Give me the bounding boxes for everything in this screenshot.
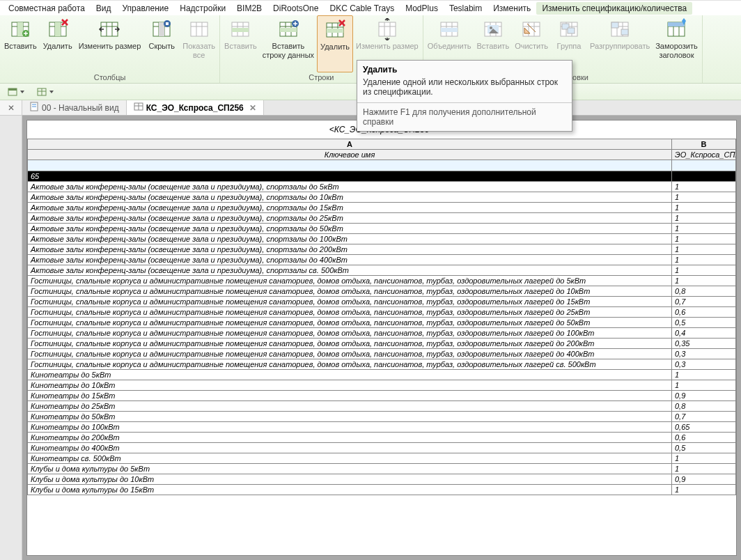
table-cell[interactable]: 0,9 [672, 474, 736, 485]
table-cell[interactable]: Кинотеатры до 200кВт [28, 433, 672, 443]
table-cell[interactable]: 1 [672, 276, 736, 286]
table-row[interactable] [28, 160, 736, 171]
menu-item[interactable]: DKC Cable Trays [324, 2, 400, 15]
table-row[interactable]: Актовые залы конференц-залы (освещение з… [28, 182, 736, 192]
table-row[interactable]: Гостиницы, спальные корпуса и администра… [28, 276, 736, 286]
table-row[interactable]: Клубы и дома культуры до 5кВт1 [28, 464, 736, 474]
table-cell[interactable]: 0,4 [672, 328, 736, 339]
table-row[interactable]: Гостиницы, спальные корпуса и администра… [28, 286, 736, 297]
table-row[interactable]: Гостиницы, спальные корпуса и администра… [28, 359, 736, 370]
table-row[interactable]: Кинотеатры до 400кВт0,5 [28, 443, 736, 453]
menu-item[interactable]: Управление [117, 2, 175, 15]
table-cell[interactable]: 0,7 [672, 412, 736, 422]
table-cell[interactable]: 1 [672, 192, 736, 203]
table-row[interactable]: Гостиницы, спальные корпуса и администра… [28, 297, 736, 307]
resize-col-button[interactable]: Изменить размер [76, 15, 144, 72]
table-cell[interactable]: Актовые залы конференц-залы (освещение з… [28, 244, 672, 255]
delete-col-button[interactable]: Удалить [40, 15, 76, 72]
table-cell[interactable]: 1 [672, 244, 736, 255]
table-cell[interactable]: 1 [672, 380, 736, 391]
table-cell[interactable]: Кинотеатры до 15кВт [28, 391, 672, 401]
table-cell[interactable]: Актовые залы конференц-залы (освещение з… [28, 234, 672, 244]
menu-item[interactable]: ModPlus [400, 2, 444, 15]
table-cell[interactable]: 1 [672, 265, 736, 276]
table-row[interactable]: 65 [28, 171, 736, 182]
table-cell[interactable]: Гостиницы, спальные корпуса и администра… [28, 276, 672, 286]
table-cell[interactable]: 1 [672, 224, 736, 234]
table-row[interactable]: Клубы и дома культуры до 15кВт1 [28, 485, 736, 495]
table-row[interactable]: Гостиницы, спальные корпуса и администра… [28, 307, 736, 318]
table-cell[interactable]: 0,8 [672, 286, 736, 297]
column-subheader[interactable]: ЭО_Кспроса_СП25 [672, 150, 736, 160]
table-row[interactable]: Кинотеатры св. 500кВт1 [28, 453, 736, 464]
table-cell[interactable]: Кинотеатры до 25кВт [28, 401, 672, 412]
insert-data-row-button[interactable]: Вставить строку данных [260, 15, 317, 72]
table-cell[interactable]: 0,3 [672, 349, 736, 359]
table-row[interactable]: Кинотеатры до 200кВт0,6 [28, 433, 736, 443]
table-cell[interactable]: Актовые залы конференц-залы (освещение з… [28, 224, 672, 234]
table-cell[interactable]: 1 [672, 203, 736, 213]
table-cell[interactable]: 0,6 [672, 433, 736, 443]
table-cell[interactable]: Гостиницы, спальные корпуса и администра… [28, 349, 672, 359]
table-cell[interactable]: 0,8 [672, 401, 736, 412]
table-cell[interactable]: 65 [28, 171, 672, 182]
table-cell[interactable]: Актовые залы конференц-залы (освещение з… [28, 255, 672, 265]
menu-item[interactable]: Teslabim [444, 2, 488, 15]
hide-col-button[interactable]: Скрыть [143, 15, 180, 72]
column-header[interactable]: A [28, 139, 672, 150]
table-row[interactable]: Клубы и дома культуры до 10кВт0,9 [28, 474, 736, 485]
menu-item[interactable]: Вид [91, 2, 117, 15]
options-dropdown-1[interactable] [4, 85, 28, 99]
table-cell[interactable]: Гостиницы, спальные корпуса и администра… [28, 359, 672, 370]
table-cell[interactable]: 1 [672, 453, 736, 464]
menu-item[interactable]: Изменить [488, 2, 536, 15]
table-cell[interactable]: Актовые залы конференц-залы (освещение з… [28, 182, 672, 192]
menu-item[interactable]: BIM2B [231, 2, 267, 15]
table-cell[interactable]: 0,5 [672, 318, 736, 328]
table-row[interactable]: Кинотеатры до 50кВт0,7 [28, 412, 736, 422]
table-cell[interactable]: 1 [672, 370, 736, 380]
table-cell[interactable]: Актовые залы конференц-залы (освещение з… [28, 265, 672, 276]
close-icon[interactable]: ✕ [249, 103, 256, 113]
options-dropdown-2[interactable] [33, 85, 57, 99]
table-cell[interactable]: Клубы и дома культуры до 15кВт [28, 485, 672, 495]
table-cell[interactable]: Актовые залы конференц-залы (освещение з… [28, 192, 672, 203]
table-cell[interactable]: Кинотеатры до 400кВт [28, 443, 672, 453]
table-row[interactable]: Гостиницы, спальные корпуса и администра… [28, 349, 736, 359]
table-cell[interactable]: 0,7 [672, 297, 736, 307]
table-row[interactable]: Актовые залы конференц-залы (освещение з… [28, 203, 736, 213]
table-row[interactable]: Актовые залы конференц-залы (освещение з… [28, 224, 736, 234]
table-cell[interactable]: Гостиницы, спальные корпуса и администра… [28, 307, 672, 318]
table-row[interactable]: Гостиницы, спальные корпуса и администра… [28, 328, 736, 339]
table-row[interactable]: Актовые залы конференц-залы (освещение з… [28, 244, 736, 255]
column-header[interactable]: B [672, 139, 736, 150]
table-row[interactable]: Гостиницы, спальные корпуса и администра… [28, 318, 736, 328]
table-cell[interactable]: 1 [672, 182, 736, 192]
freeze-header-button[interactable]: Заморозить заголовок [653, 15, 701, 72]
table-row[interactable]: Кинотеатры до 10кВт1 [28, 380, 736, 391]
table-cell[interactable]: Гостиницы, спальные корпуса и администра… [28, 286, 672, 297]
table-cell[interactable]: 1 [672, 255, 736, 265]
insert-col-button[interactable]: Вставить [1, 15, 40, 72]
table-row[interactable]: Актовые залы конференц-залы (освещение з… [28, 255, 736, 265]
delete-row-button[interactable]: Удалить [317, 15, 353, 72]
table-row[interactable]: Кинотеатры до 5кВт1 [28, 370, 736, 380]
table-cell[interactable]: 1 [672, 213, 736, 224]
menu-item[interactable]: Изменить спецификацию/количества [536, 2, 692, 15]
table-cell[interactable]: Гостиницы, спальные корпуса и администра… [28, 339, 672, 349]
table-row[interactable]: Актовые залы конференц-залы (освещение з… [28, 213, 736, 224]
table-cell[interactable]: Гостиницы, спальные корпуса и администра… [28, 318, 672, 328]
table-cell[interactable] [672, 171, 736, 182]
table-cell[interactable]: Кинотеатры до 100кВт [28, 422, 672, 433]
table-cell[interactable]: 0,65 [672, 422, 736, 433]
table-cell[interactable]: 0,6 [672, 307, 736, 318]
table-row[interactable]: Гостиницы, спальные корпуса и администра… [28, 339, 736, 349]
table-cell[interactable]: 0,35 [672, 339, 736, 349]
table-row[interactable]: Актовые залы конференц-залы (освещение з… [28, 234, 736, 244]
table-row[interactable]: Актовые залы конференц-залы (освещение з… [28, 265, 736, 276]
menu-item[interactable]: DiRootsOne [267, 2, 324, 15]
table-cell[interactable]: 0,3 [672, 359, 736, 370]
table-cell[interactable]: 1 [672, 234, 736, 244]
table-cell[interactable]: Кинотеатры до 5кВт [28, 370, 672, 380]
table-cell[interactable]: Кинотеатры до 50кВт [28, 412, 672, 422]
